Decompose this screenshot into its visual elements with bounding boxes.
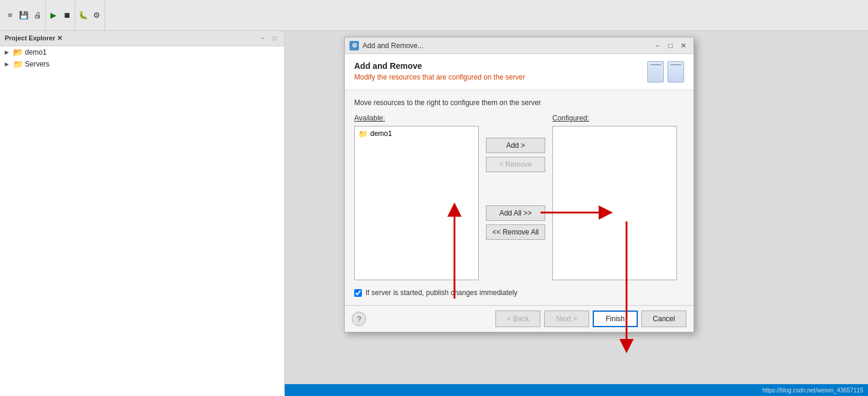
add-all-button[interactable]: Add All >> xyxy=(486,205,545,221)
remove-button[interactable]: < Remove xyxy=(486,157,545,172)
project-explorer-panel: Project Explorer ✕ − □ ▶ 📂 demo1 ▶ 📁 Ser… xyxy=(0,31,285,396)
project-icon: 📂 xyxy=(13,47,23,57)
dialog-subtitle: Modify the resources that are configured… xyxy=(354,73,525,81)
servers-icon: 📁 xyxy=(13,59,23,69)
configured-label: Configured: xyxy=(552,114,677,122)
panel-title: Project Explorer ✕ xyxy=(5,34,62,42)
configured-listbox[interactable] xyxy=(552,126,677,280)
close-button[interactable]: ✕ xyxy=(678,40,689,51)
server-icon-2 xyxy=(667,61,684,83)
panel-header: Project Explorer ✕ − □ xyxy=(0,31,284,46)
toolbar-icon-menu[interactable]: ≡ xyxy=(4,9,17,22)
ide-background: ≡ 💾 🖨 ▶ ⏹ 🐛 ⚙ Project Explorer ✕ − □ ▶ 📂… xyxy=(0,0,868,396)
panel-header-icons: − □ xyxy=(258,34,279,43)
available-listbox[interactable]: 📁 demo1 xyxy=(354,126,479,280)
toolbar-icon-stop[interactable]: ⏹ xyxy=(61,9,74,22)
toolbar-group-2: ▶ ⏹ xyxy=(46,0,75,30)
cancel-button[interactable]: Cancel xyxy=(641,311,686,327)
tree-arrow-demo1: ▶ xyxy=(5,49,11,55)
status-url: https://blog.csdn.net/weixin_43657115 xyxy=(762,387,863,394)
dialog-title-icon: ⚙ xyxy=(349,41,359,50)
tree-arrow-servers: ▶ xyxy=(5,61,11,67)
item-icon-demo1: 📁 xyxy=(358,129,368,138)
dialog-header-text: Add and Remove Modify the resources that… xyxy=(354,61,525,81)
dialog-footer: ? < Back Next > Finish Cancel xyxy=(345,305,694,332)
tree-label-servers: Servers xyxy=(25,60,49,68)
maximize-button[interactable]: □ xyxy=(665,40,676,51)
toolbar: ≡ 💾 🖨 ▶ ⏹ 🐛 ⚙ xyxy=(0,0,868,31)
help-button[interactable]: ? xyxy=(352,312,366,326)
dialog-header-icon xyxy=(647,61,684,83)
available-item-demo1[interactable]: 📁 demo1 xyxy=(356,128,477,140)
toolbar-group-1: ≡ 💾 🖨 xyxy=(2,0,46,30)
dialog-body: Move resources to the right to configure… xyxy=(345,90,694,305)
toolbar-icon-settings[interactable]: ⚙ xyxy=(90,9,103,22)
dialog-title-controls: − □ ✕ xyxy=(652,40,689,51)
dialog-instruction: Move resources to the right to configure… xyxy=(354,99,684,107)
dialog-heading: Add and Remove xyxy=(354,61,525,71)
item-label-demo1: demo1 xyxy=(370,129,392,138)
dialog-title-text: Add and Remove... xyxy=(363,42,424,50)
toolbar-icon-print[interactable]: 🖨 xyxy=(31,9,44,22)
footer-buttons: < Back Next > Finish Cancel xyxy=(495,311,686,327)
tree-item-demo1[interactable]: ▶ 📂 demo1 xyxy=(0,46,284,58)
configured-column: Configured: xyxy=(552,114,677,280)
toolbar-icon-run[interactable]: ▶ xyxy=(47,9,60,22)
panel-maximize-icon[interactable]: □ xyxy=(270,34,279,43)
toolbar-icon-debug[interactable]: 🐛 xyxy=(77,9,90,22)
dialog-header: Add and Remove Modify the resources that… xyxy=(345,54,694,90)
panel-collapse-icon[interactable]: − xyxy=(258,34,268,43)
add-button[interactable]: Add > xyxy=(486,138,545,153)
toolbar-group-3: 🐛 ⚙ xyxy=(75,0,105,30)
publish-checkbox[interactable] xyxy=(354,289,362,297)
next-button[interactable]: Next > xyxy=(544,311,589,327)
columns-area: Available: 📁 demo1 Add > < Remove Add Al… xyxy=(354,114,684,280)
finish-button[interactable]: Finish xyxy=(593,311,638,327)
available-label: Available: xyxy=(354,114,479,122)
back-button[interactable]: < Back xyxy=(495,311,540,327)
add-remove-dialog: ⚙ Add and Remove... − □ ✕ Add and Remove… xyxy=(344,37,694,332)
status-bar: https://blog.csdn.net/weixin_43657115 xyxy=(285,384,868,396)
tree-label-demo1: demo1 xyxy=(25,48,47,56)
dialog-title-left: ⚙ Add and Remove... xyxy=(349,41,424,50)
minimize-button[interactable]: − xyxy=(652,40,663,51)
modal-overlay: ⚙ Add and Remove... − □ ✕ Add and Remove… xyxy=(285,31,868,396)
checkbox-area: If server is started, publish changes im… xyxy=(354,289,684,297)
server-icon-1 xyxy=(647,61,664,83)
toolbar-icon-save[interactable]: 💾 xyxy=(17,9,30,22)
available-column: Available: 📁 demo1 xyxy=(354,114,479,280)
tree-item-servers[interactable]: ▶ 📁 Servers xyxy=(0,58,284,70)
middle-buttons: Add > < Remove Add All >> << Remove All xyxy=(479,114,552,240)
dialog-titlebar: ⚙ Add and Remove... − □ ✕ xyxy=(345,37,694,54)
publish-checkbox-label: If server is started, publish changes im… xyxy=(365,289,517,297)
remove-all-button[interactable]: << Remove All xyxy=(486,224,545,240)
